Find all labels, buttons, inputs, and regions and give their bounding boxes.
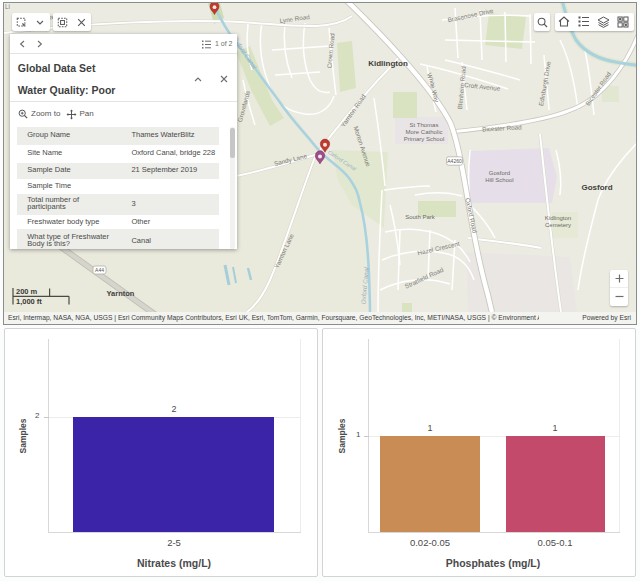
svg-text:1,000 ft: 1,000 ft [16, 297, 42, 306]
svg-text:Yarnton: Yarnton [107, 289, 135, 298]
svg-text:Gosford: Gosford [489, 170, 510, 176]
svg-text:More Catholic: More Catholic [405, 129, 442, 135]
svg-text:A4260: A4260 [447, 158, 462, 164]
svg-text:200 m: 200 m [16, 287, 38, 296]
svg-text:Gosford: Gosford [581, 183, 612, 192]
svg-text:Kidlington: Kidlington [545, 215, 571, 221]
svg-text:Li: Li [5, 3, 10, 10]
svg-text:Cemetery: Cemetery [545, 222, 571, 228]
svg-text:Kidlington: Kidlington [368, 59, 408, 68]
svg-text:St Thomas: St Thomas [410, 122, 439, 128]
svg-text:Primary School: Primary School [404, 136, 445, 142]
svg-text:South Park: South Park [405, 214, 436, 220]
svg-text:A44: A44 [95, 267, 104, 273]
svg-text:Hill School: Hill School [485, 177, 513, 183]
